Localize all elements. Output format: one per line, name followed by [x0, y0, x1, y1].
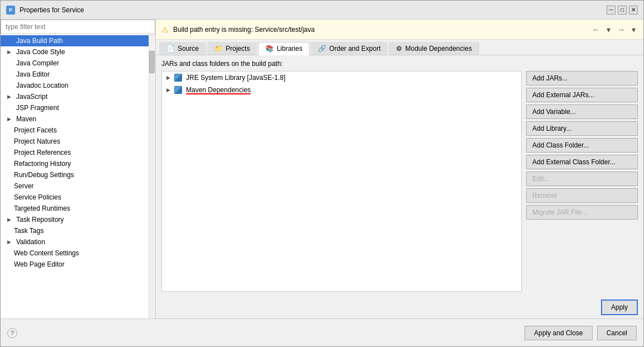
sidebar-item[interactable]: Refactoring History — [1, 158, 149, 169]
entries-list: ▶JRE System Library [JavaSE-1.8]▶Maven D… — [161, 71, 522, 292]
sidebar-item-label: Refactoring History — [14, 160, 71, 168]
tab-icon: 📄 — [166, 45, 175, 53]
sidebar-item[interactable]: ▶Task Repository — [1, 214, 149, 225]
sidebar-item[interactable]: Server — [1, 180, 149, 192]
sidebar-item[interactable]: Java Compiler — [1, 58, 149, 69]
sidebar-item-label: Java Code Style — [16, 48, 65, 56]
tab-module-dependencies[interactable]: ⚙Module Dependencies — [389, 42, 479, 55]
tab-projects[interactable]: 📁Projects — [207, 42, 257, 55]
window-title: Properties for Service — [20, 6, 84, 14]
tab-order-and-export[interactable]: 🔗Order and Export — [311, 42, 388, 55]
entry-lib-icon — [174, 73, 183, 82]
sidebar-item[interactable]: Task Tags — [1, 225, 149, 236]
sidebar-item[interactable]: Web Content Settings — [1, 248, 149, 259]
sidebar-item-label: Task Repository — [16, 216, 64, 224]
title-controls: ─ □ ✕ — [607, 6, 638, 15]
expand-arrow-icon: ▶ — [7, 217, 14, 222]
add-jars-button[interactable]: Add JARs... — [526, 71, 638, 85]
add-external-class-folder-button[interactable]: Add External Class Folder... — [526, 155, 638, 169]
tab-source[interactable]: 📄Source — [159, 42, 206, 55]
bottom-bar: ? Apply and Close Cancel — [1, 319, 643, 346]
remove-button[interactable]: Remove — [526, 188, 638, 203]
sidebar-item[interactable]: Project Facets — [1, 125, 149, 136]
expand-arrow-icon: ▶ — [7, 94, 14, 99]
sidebar-item-label: Java Compiler — [16, 59, 59, 67]
tab-label: Libraries — [276, 45, 302, 53]
sidebar-item-label: JavaScript — [16, 93, 47, 101]
minimize-button[interactable]: ─ — [607, 6, 616, 15]
sidebar-item[interactable]: Run/Debug Settings — [1, 169, 149, 180]
sidebar-item[interactable]: Javadoc Location — [1, 80, 149, 91]
tab-label: Projects — [226, 45, 250, 53]
sidebar-item[interactable]: Web Page Editor — [1, 259, 149, 270]
add-variable-button[interactable]: Add Variable... — [526, 104, 638, 119]
sidebar-item-label: Web Content Settings — [14, 249, 79, 257]
section-label: JARs and class folders on the build path… — [161, 60, 638, 68]
sidebar-item[interactable]: ▶Validation — [1, 236, 149, 248]
sidebar-scrollbar[interactable] — [149, 34, 155, 319]
apply-button[interactable]: Apply — [601, 300, 638, 315]
warning-icon: ⚠ — [161, 25, 169, 34]
expand-arrow-icon: ▶ — [7, 116, 14, 122]
sidebar-item-label: Project Facets — [14, 126, 57, 134]
entry-expand-icon: ▶ — [166, 75, 170, 80]
apply-and-close-button[interactable]: Apply and Close — [524, 326, 592, 340]
sidebar-item-label: Targeted Runtimes — [14, 205, 70, 212]
warning-nav: ← ▾ → ▾ — [590, 24, 638, 35]
filter-input[interactable] — [1, 20, 155, 34]
sidebar-item-label: Task Tags — [14, 227, 44, 235]
sidebar-item-label: Server — [14, 182, 34, 190]
sidebar-item[interactable]: ▶Java Code Style — [1, 46, 149, 58]
sidebar-item[interactable]: ▶JavaScript — [1, 91, 149, 102]
right-panel: ⚠ Build path entry is missing: Service/s… — [156, 20, 643, 319]
sidebar-item[interactable]: Service Policies — [1, 192, 149, 203]
window-icon: P — [6, 6, 15, 15]
sidebar-item[interactable]: ▶Maven — [1, 113, 149, 125]
tab-label: Module Dependencies — [405, 45, 471, 53]
tab-label: Source — [178, 45, 199, 53]
sidebar-item-label: Validation — [16, 238, 45, 246]
maximize-button[interactable]: □ — [618, 6, 627, 15]
sidebar-item[interactable]: JSP Fragment — [1, 102, 149, 113]
list-item[interactable]: ▶Maven Dependencies — [162, 84, 521, 96]
sidebar-item[interactable]: Project Natures — [1, 136, 149, 147]
sidebar-item-label: Project Natures — [14, 137, 60, 145]
migrate-jar-button[interactable]: Migrate JAR File... — [526, 205, 638, 220]
expand-arrow-icon: ▶ — [7, 239, 14, 245]
sidebar-item[interactable]: Java Editor — [1, 69, 149, 80]
tabs-bar: 📄Source📁Projects📚Libraries🔗Order and Exp… — [156, 40, 643, 55]
close-button[interactable]: ✕ — [629, 6, 638, 15]
sidebar-item-label: Java Build Path — [16, 37, 63, 45]
build-content: JARs and class folders on the build path… — [156, 55, 643, 296]
sidebar-item-label: Run/Debug Settings — [14, 171, 74, 179]
tab-label: Order and Export — [329, 45, 380, 53]
tab-libraries[interactable]: 📚Libraries — [258, 42, 309, 55]
sidebar-item[interactable]: Java Build Path — [1, 35, 149, 46]
sidebar-item-label: Maven — [16, 115, 36, 123]
add-library-button[interactable]: Add Library... — [526, 121, 638, 136]
entry-label: JRE System Library [JavaSE-1.8] — [186, 74, 285, 82]
add-external-jars-button[interactable]: Add External JARs... — [526, 88, 638, 102]
cancel-button[interactable]: Cancel — [597, 326, 637, 340]
list-item[interactable]: ▶JRE System Library [JavaSE-1.8] — [162, 72, 521, 84]
tab-icon: ⚙ — [396, 45, 402, 53]
add-class-folder-button[interactable]: Add Class Folder... — [526, 138, 638, 153]
sidebar-item[interactable]: Targeted Runtimes — [1, 203, 149, 214]
sidebar-item[interactable]: Project References — [1, 147, 149, 158]
sidebar-item-label: Java Editor — [16, 70, 50, 78]
tab-icon: 🔗 — [318, 45, 326, 53]
nav-forward-button[interactable]: → — [615, 24, 627, 35]
nav-forward-dropdown[interactable]: ▾ — [629, 24, 638, 35]
nav-back-button[interactable]: ← — [590, 24, 602, 35]
buttons-panel: Add JARs... Add External JARs... Add Var… — [526, 71, 638, 292]
help-icon[interactable]: ? — [7, 328, 17, 338]
nav-back-dropdown[interactable]: ▾ — [604, 24, 613, 35]
sidebar-item-label: JSP Fragment — [16, 104, 59, 112]
sidebar-item-label: Javadoc Location — [16, 82, 68, 89]
entry-label: Maven Dependencies — [186, 86, 251, 94]
properties-window: P Properties for Service ─ □ ✕ Java Buil… — [0, 0, 644, 347]
edit-button[interactable]: Edit... — [526, 172, 638, 186]
warning-text: Build path entry is missing: Service/src… — [173, 26, 585, 34]
scrollbar-thumb[interactable] — [149, 51, 155, 73]
sidebar-list: Java Build Path▶Java Code StyleJava Comp… — [1, 34, 149, 319]
